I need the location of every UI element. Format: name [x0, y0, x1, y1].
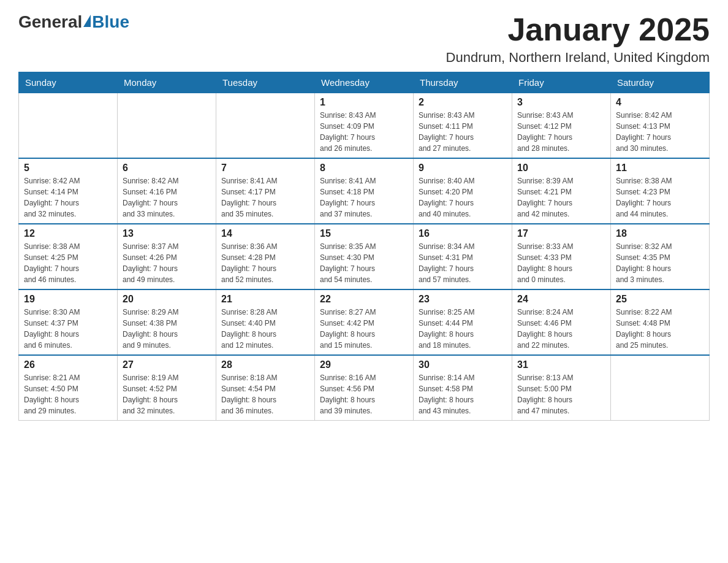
calendar-cell: 31Sunrise: 8:13 AM Sunset: 5:00 PM Dayli…: [512, 355, 611, 421]
day-header-wednesday: Wednesday: [315, 72, 414, 93]
calendar-cell: 29Sunrise: 8:16 AM Sunset: 4:56 PM Dayli…: [315, 355, 414, 421]
day-number: 12: [24, 228, 112, 239]
day-number: 14: [221, 228, 309, 239]
calendar-cell: [118, 93, 216, 159]
day-header-saturday: Saturday: [611, 72, 710, 93]
day-number: 16: [419, 228, 507, 239]
day-info: Sunrise: 8:41 AM Sunset: 4:17 PM Dayligh…: [221, 175, 309, 220]
day-info: Sunrise: 8:42 AM Sunset: 4:14 PM Dayligh…: [24, 175, 112, 220]
day-info: Sunrise: 8:35 AM Sunset: 4:30 PM Dayligh…: [320, 241, 408, 285]
day-number: 5: [24, 163, 112, 174]
title-section: January 2025 Dundrum, Northern Ireland, …: [446, 12, 710, 66]
day-info: Sunrise: 8:22 AM Sunset: 4:48 PM Dayligh…: [616, 307, 704, 351]
week-row-3: 12Sunrise: 8:38 AM Sunset: 4:25 PM Dayli…: [19, 224, 710, 289]
day-info: Sunrise: 8:34 AM Sunset: 4:31 PM Dayligh…: [419, 241, 507, 285]
calendar-title: January 2025: [446, 12, 710, 47]
day-info: Sunrise: 8:29 AM Sunset: 4:38 PM Dayligh…: [123, 307, 211, 351]
day-info: Sunrise: 8:16 AM Sunset: 4:56 PM Dayligh…: [320, 372, 408, 416]
day-info: Sunrise: 8:42 AM Sunset: 4:13 PM Dayligh…: [616, 110, 704, 154]
day-number: 4: [616, 97, 704, 108]
day-number: 28: [221, 359, 309, 370]
day-info: Sunrise: 8:24 AM Sunset: 4:46 PM Dayligh…: [517, 307, 605, 351]
day-info: Sunrise: 8:41 AM Sunset: 4:18 PM Dayligh…: [320, 175, 408, 220]
calendar-cell: 7Sunrise: 8:41 AM Sunset: 4:17 PM Daylig…: [216, 158, 315, 224]
calendar-cell: 28Sunrise: 8:18 AM Sunset: 4:54 PM Dayli…: [216, 355, 315, 421]
day-number: 17: [517, 228, 605, 239]
calendar-cell: 12Sunrise: 8:38 AM Sunset: 4:25 PM Dayli…: [19, 224, 118, 289]
logo-area: General Blue: [18, 12, 129, 32]
day-info: Sunrise: 8:14 AM Sunset: 4:58 PM Dayligh…: [419, 372, 507, 416]
day-number: 20: [123, 294, 211, 305]
day-info: Sunrise: 8:36 AM Sunset: 4:28 PM Dayligh…: [221, 241, 309, 285]
calendar-cell: 22Sunrise: 8:27 AM Sunset: 4:42 PM Dayli…: [315, 289, 414, 355]
day-number: 8: [320, 163, 408, 174]
calendar-cell: 30Sunrise: 8:14 AM Sunset: 4:58 PM Dayli…: [414, 355, 512, 421]
week-row-5: 26Sunrise: 8:21 AM Sunset: 4:50 PM Dayli…: [19, 355, 710, 421]
calendar-cell: 8Sunrise: 8:41 AM Sunset: 4:18 PM Daylig…: [315, 158, 414, 224]
day-info: Sunrise: 8:25 AM Sunset: 4:44 PM Dayligh…: [419, 307, 507, 351]
calendar-cell: 24Sunrise: 8:24 AM Sunset: 4:46 PM Dayli…: [512, 289, 611, 355]
calendar-cell: 25Sunrise: 8:22 AM Sunset: 4:48 PM Dayli…: [611, 289, 710, 355]
week-row-4: 19Sunrise: 8:30 AM Sunset: 4:37 PM Dayli…: [19, 289, 710, 355]
day-info: Sunrise: 8:38 AM Sunset: 4:25 PM Dayligh…: [24, 241, 112, 285]
calendar-cell: 11Sunrise: 8:38 AM Sunset: 4:23 PM Dayli…: [611, 158, 710, 224]
day-header-monday: Monday: [118, 72, 216, 93]
day-number: 22: [320, 294, 408, 305]
calendar-cell: 15Sunrise: 8:35 AM Sunset: 4:30 PM Dayli…: [315, 224, 414, 289]
day-number: 27: [123, 359, 211, 370]
logo-blue-text: Blue: [92, 12, 129, 32]
day-info: Sunrise: 8:40 AM Sunset: 4:20 PM Dayligh…: [419, 175, 507, 220]
day-header-row: SundayMondayTuesdayWednesdayThursdayFrid…: [19, 72, 710, 93]
day-number: 26: [24, 359, 112, 370]
day-number: 2: [419, 97, 507, 108]
day-number: 29: [320, 359, 408, 370]
calendar-cell: 3Sunrise: 8:43 AM Sunset: 4:12 PM Daylig…: [512, 93, 611, 159]
calendar-cell: 23Sunrise: 8:25 AM Sunset: 4:44 PM Dayli…: [414, 289, 512, 355]
calendar-cell: 27Sunrise: 8:19 AM Sunset: 4:52 PM Dayli…: [118, 355, 216, 421]
day-info: Sunrise: 8:37 AM Sunset: 4:26 PM Dayligh…: [123, 241, 211, 285]
day-info: Sunrise: 8:21 AM Sunset: 4:50 PM Dayligh…: [24, 372, 112, 416]
calendar-cell: 2Sunrise: 8:43 AM Sunset: 4:11 PM Daylig…: [414, 93, 512, 159]
day-number: 31: [517, 359, 605, 370]
day-number: 18: [616, 228, 704, 239]
calendar-cell: 17Sunrise: 8:33 AM Sunset: 4:33 PM Dayli…: [512, 224, 611, 289]
calendar-cell: [19, 93, 118, 159]
day-info: Sunrise: 8:33 AM Sunset: 4:33 PM Dayligh…: [517, 241, 605, 285]
calendar-cell: 18Sunrise: 8:32 AM Sunset: 4:35 PM Dayli…: [611, 224, 710, 289]
logo-general-text: General: [18, 12, 82, 32]
calendar-subtitle: Dundrum, Northern Ireland, United Kingdo…: [446, 50, 710, 66]
calendar-cell: 9Sunrise: 8:40 AM Sunset: 4:20 PM Daylig…: [414, 158, 512, 224]
calendar-cell: 19Sunrise: 8:30 AM Sunset: 4:37 PM Dayli…: [19, 289, 118, 355]
day-info: Sunrise: 8:43 AM Sunset: 4:12 PM Dayligh…: [517, 110, 605, 154]
calendar-cell: 6Sunrise: 8:42 AM Sunset: 4:16 PM Daylig…: [118, 158, 216, 224]
calendar-cell: 1Sunrise: 8:43 AM Sunset: 4:09 PM Daylig…: [315, 93, 414, 159]
day-number: 7: [221, 163, 309, 174]
logo: General Blue: [18, 12, 129, 32]
day-info: Sunrise: 8:28 AM Sunset: 4:40 PM Dayligh…: [221, 307, 309, 351]
day-info: Sunrise: 8:19 AM Sunset: 4:52 PM Dayligh…: [123, 372, 211, 416]
day-number: 15: [320, 228, 408, 239]
day-number: 19: [24, 294, 112, 305]
calendar-cell: [216, 93, 315, 159]
calendar-cell: 4Sunrise: 8:42 AM Sunset: 4:13 PM Daylig…: [611, 93, 710, 159]
day-number: 6: [123, 163, 211, 174]
day-header-tuesday: Tuesday: [216, 72, 315, 93]
calendar-cell: [611, 355, 710, 421]
day-info: Sunrise: 8:39 AM Sunset: 4:21 PM Dayligh…: [517, 175, 605, 220]
day-number: 21: [221, 294, 309, 305]
calendar-cell: 14Sunrise: 8:36 AM Sunset: 4:28 PM Dayli…: [216, 224, 315, 289]
day-number: 23: [419, 294, 507, 305]
day-number: 10: [517, 163, 605, 174]
day-info: Sunrise: 8:42 AM Sunset: 4:16 PM Dayligh…: [123, 175, 211, 220]
week-row-2: 5Sunrise: 8:42 AM Sunset: 4:14 PM Daylig…: [19, 158, 710, 224]
calendar-cell: 20Sunrise: 8:29 AM Sunset: 4:38 PM Dayli…: [118, 289, 216, 355]
day-header-friday: Friday: [512, 72, 611, 93]
day-number: 3: [517, 97, 605, 108]
day-info: Sunrise: 8:43 AM Sunset: 4:11 PM Dayligh…: [419, 110, 507, 154]
header: General Blue January 2025 Dundrum, North…: [18, 12, 710, 66]
day-info: Sunrise: 8:13 AM Sunset: 5:00 PM Dayligh…: [517, 372, 605, 416]
day-info: Sunrise: 8:32 AM Sunset: 4:35 PM Dayligh…: [616, 241, 704, 285]
day-info: Sunrise: 8:27 AM Sunset: 4:42 PM Dayligh…: [320, 307, 408, 351]
day-number: 13: [123, 228, 211, 239]
day-number: 24: [517, 294, 605, 305]
